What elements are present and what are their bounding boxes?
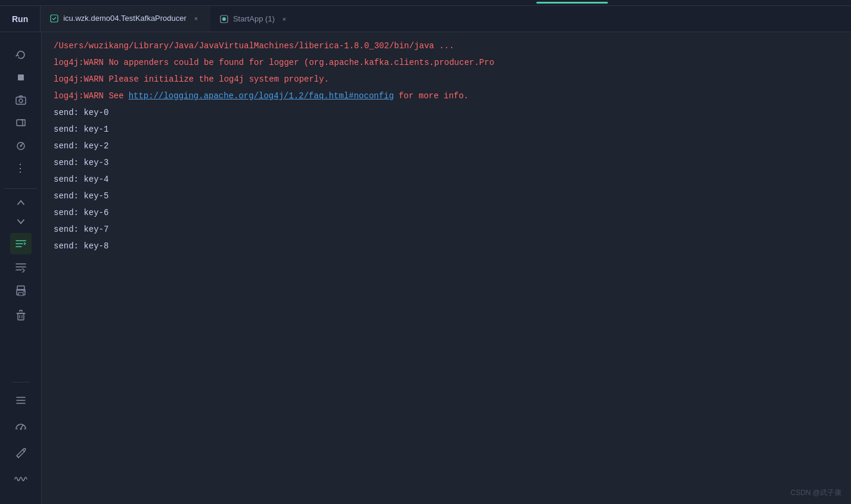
log-line: log4j:WARN No appenders could be found f…	[54, 56, 839, 73]
tab2-label: StartApp (1)	[233, 14, 275, 23]
log-line-link: log4j:WARN See http://logging.apache.org…	[54, 89, 839, 106]
tab-bar: Run icu.wzk.demo04.TestKafkaProducer × S…	[0, 6, 851, 32]
tab-kafka-producer[interactable]: icu.wzk.demo04.TestKafkaProducer ×	[41, 6, 210, 32]
toolbar-top: ⋮	[10, 39, 32, 183]
log-line: send: key-7	[54, 223, 839, 239]
clear-button[interactable]	[10, 304, 32, 326]
screenshot-button[interactable]	[10, 89, 32, 111]
log-text-warn2: log4j:WARN Please initialize the log4j s…	[54, 73, 329, 86]
svg-point-2	[222, 17, 226, 21]
content-area: /Users/wuzikang/Library/Java/JavaVirtual…	[42, 32, 851, 504]
wrap-lines-button[interactable]	[10, 233, 32, 254]
tab1-label: icu.wzk.demo04.TestKafkaProducer	[63, 14, 187, 23]
nav-arrows	[10, 194, 32, 231]
tab1-close[interactable]: ×	[191, 14, 201, 23]
bottom-icons	[10, 379, 32, 497]
log-line: /Users/wuzikang/Library/Java/JavaVirtual…	[54, 39, 839, 56]
log-send-7: send: key-7	[54, 223, 108, 236]
rerun-button[interactable]	[10, 44, 32, 66]
tab-startapp[interactable]: StartApp (1) ×	[210, 6, 299, 32]
svg-rect-4	[16, 97, 26, 104]
svg-point-18	[23, 291, 24, 292]
log-send-8: send: key-8	[54, 239, 108, 253]
scroll-down-button[interactable]	[10, 213, 32, 231]
tab1-icon	[50, 14, 58, 23]
log-line: send: key-1	[54, 123, 839, 139]
log-line: send: key-2	[54, 139, 839, 156]
svg-rect-3	[18, 74, 24, 80]
log-send-1: send: key-1	[54, 123, 108, 136]
log-line: send: key-3	[54, 156, 839, 173]
svg-point-27	[20, 428, 21, 430]
svg-point-8	[20, 145, 21, 147]
watermark: CSDN @武子康	[790, 488, 841, 498]
log-line: send: key-6	[54, 206, 839, 223]
stop-button[interactable]	[10, 67, 32, 88]
log-line: send: key-8	[54, 239, 839, 256]
more-button[interactable]: ⋮	[10, 157, 32, 179]
dashboard-icon-button[interactable]	[10, 416, 32, 437]
svg-line-32	[17, 456, 18, 458]
log-text-warn1: log4j:WARN No appenders could be found f…	[54, 56, 494, 69]
tab2-icon	[220, 15, 228, 23]
list-icon-button[interactable]	[10, 390, 32, 411]
tab2-close[interactable]: ×	[279, 14, 289, 24]
run-label: Run	[0, 6, 41, 32]
top-bar	[0, 0, 851, 6]
svg-rect-0	[51, 15, 58, 22]
log-line: send: key-4	[54, 173, 839, 189]
log-link[interactable]: http://logging.apache.org/log4j/1.2/faq.…	[129, 89, 394, 102]
svg-rect-17	[18, 293, 23, 295]
scroll-up-button[interactable]	[10, 194, 32, 211]
profiler-button[interactable]	[10, 135, 32, 156]
progress-indicator	[536, 2, 608, 4]
log-output[interactable]: /Users/wuzikang/Library/Java/JavaVirtual…	[42, 32, 851, 473]
divider2	[12, 382, 29, 382]
log-send-3: send: key-3	[54, 156, 108, 169]
restore-button[interactable]	[10, 112, 32, 133]
svg-rect-19	[18, 313, 24, 320]
log-warn-prefix: log4j:WARN See	[54, 89, 124, 102]
log-send-6: send: key-6	[54, 206, 108, 219]
scroll-end-button[interactable]	[10, 257, 32, 278]
print-button[interactable]	[10, 281, 32, 302]
log-send-2: send: key-2	[54, 139, 108, 153]
main-area: ⋮	[0, 32, 851, 504]
log-send-4: send: key-4	[54, 173, 108, 186]
log-line: log4j:WARN Please initialize the log4j s…	[54, 73, 839, 89]
wave-icon-button[interactable]	[10, 468, 32, 490]
log-line: send: key-0	[54, 106, 839, 123]
svg-rect-6	[17, 120, 23, 126]
svg-point-5	[19, 99, 23, 102]
left-sidebar: ⋮	[0, 32, 42, 504]
log-send-5: send: key-5	[54, 189, 108, 203]
log-warn-suffix: for more info.	[399, 89, 469, 102]
build-icon-button[interactable]	[10, 442, 32, 463]
log-text-path: /Users/wuzikang/Library/Java/JavaVirtual…	[54, 39, 454, 52]
divider1	[4, 188, 37, 189]
log-send-0: send: key-0	[54, 106, 108, 119]
log-line: send: key-5	[54, 189, 839, 206]
